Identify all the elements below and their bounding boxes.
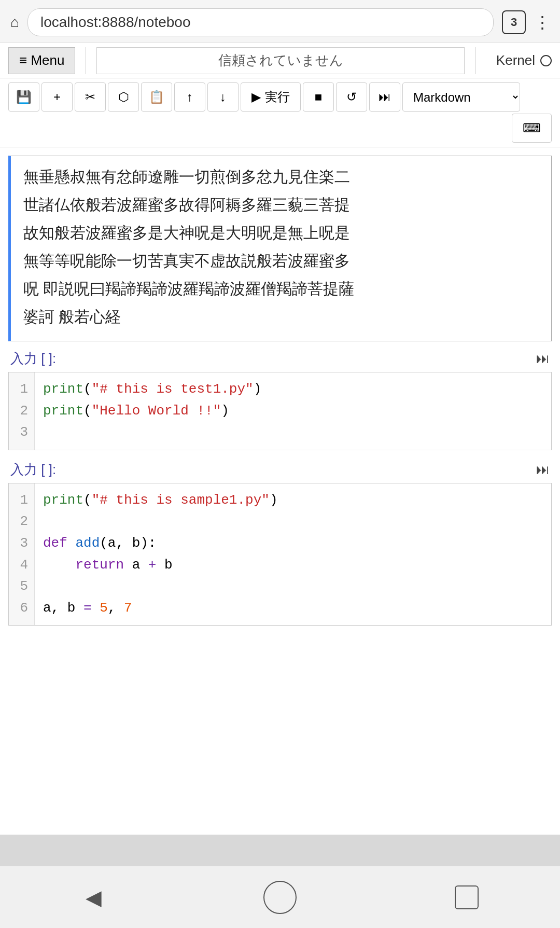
copy-button[interactable]: ⬡ bbox=[108, 82, 139, 112]
line-num-2-1: 1 bbox=[15, 490, 28, 511]
browser-chrome: ⌂ localhost:8888/noteboo 3 ⋮ bbox=[0, 0, 560, 43]
code-cell-2-container: 入力 [ ]: ⏭ 1 2 3 4 5 6 print("# this is s… bbox=[8, 461, 552, 626]
run-button[interactable]: ▶ 実行 bbox=[241, 82, 301, 112]
fast-forward-button[interactable]: ⏭ bbox=[369, 82, 400, 112]
code-line-1-2: print("Hello World !!") bbox=[43, 400, 543, 422]
markdown-line-5: 呪 即説呪曰羯諦羯諦波羅羯諦波羅僧羯諦菩提薩 bbox=[23, 276, 539, 301]
line-num-2-5: 5 bbox=[15, 576, 28, 598]
line-num-2-4: 4 bbox=[15, 555, 28, 576]
line-num-1: 1 bbox=[15, 379, 28, 400]
markdown-line-3: 故知般若波羅蜜多是大神呪是大明呪是無上呪是 bbox=[23, 220, 539, 245]
code-cell-1[interactable]: 1 2 3 print("# this is test1.py") print(… bbox=[8, 372, 552, 450]
run-icon: ▶ bbox=[251, 90, 261, 104]
tab-count[interactable]: 3 bbox=[502, 10, 526, 34]
move-down-button[interactable]: ↓ bbox=[207, 82, 239, 112]
code-line-2-1: print("# this is sample1.py") bbox=[43, 490, 543, 511]
cell-2-run-icon[interactable]: ⏭ bbox=[536, 462, 550, 478]
line-numbers-1: 1 2 3 bbox=[9, 372, 35, 450]
code-line-2-6: a, b = 5, 7 bbox=[43, 598, 543, 619]
stop-button[interactable]: ■ bbox=[303, 82, 334, 112]
menu-bar: ≡ Menu 信頼されていません Kernel bbox=[0, 43, 560, 78]
address-bar[interactable]: localhost:8888/noteboo bbox=[27, 8, 494, 36]
code-cell-1-container: 入力 [ ]: ⏭ 1 2 3 print("# this is test1.p… bbox=[8, 350, 552, 450]
more-options-icon[interactable]: ⋮ bbox=[534, 12, 550, 32]
cell-2-label: 入力 [ ]: ⏭ bbox=[8, 461, 552, 479]
code-line-2-4: return a + b bbox=[43, 555, 543, 576]
trust-badge: 信頼されていません bbox=[96, 47, 464, 74]
paste-button[interactable]: 📋 bbox=[141, 82, 172, 112]
code-content-2[interactable]: print("# this is sample1.py") def add(a,… bbox=[35, 483, 551, 626]
line-num-2: 2 bbox=[15, 400, 28, 422]
cell-2-label-text: 入力 [ ]: bbox=[10, 461, 56, 479]
recents-icon bbox=[455, 885, 479, 909]
back-button[interactable]: ◀ bbox=[73, 877, 114, 918]
run-label: 実行 bbox=[265, 89, 290, 105]
code-line-2-2 bbox=[43, 511, 543, 533]
move-up-button[interactable]: ↑ bbox=[174, 82, 205, 112]
cell-1-run-icon[interactable]: ⏭ bbox=[536, 351, 550, 367]
kernel-status-icon bbox=[540, 55, 552, 66]
line-num-2-3: 3 bbox=[15, 533, 28, 555]
kernel-divider bbox=[475, 47, 475, 74]
code-content-1[interactable]: print("# this is test1.py") print("Hello… bbox=[35, 372, 551, 450]
home-icon[interactable]: ⌂ bbox=[10, 14, 19, 31]
cell-1-label-text: 入力 [ ]: bbox=[10, 350, 56, 368]
markdown-cell: 無垂懸叔無有忿師遼雕一切煎倒多忿九見住楽二 世諸仏依般若波羅蜜多故得阿耨多羅三藐… bbox=[8, 156, 552, 341]
code-line-1-3 bbox=[43, 422, 543, 444]
code-line-2-5 bbox=[43, 576, 543, 598]
gray-area bbox=[0, 835, 560, 866]
keyboard-shortcut-button[interactable]: ⌨ bbox=[512, 114, 552, 143]
action-bar: 💾 + ✂ ⬡ 📋 ↑ ↓ ▶ 実行 ■ ↺ ⏭ Markdown Code R… bbox=[0, 78, 560, 147]
save-button[interactable]: 💾 bbox=[8, 82, 39, 112]
cell-1-label: 入力 [ ]: ⏭ bbox=[8, 350, 552, 368]
home-nav-button[interactable] bbox=[259, 877, 301, 918]
markdown-line-1: 無垂懸叔無有忿師遼雕一切煎倒多忿九見住楽二 bbox=[23, 164, 539, 189]
kernel-area: Kernel bbox=[486, 52, 552, 68]
restart-button[interactable]: ↺ bbox=[336, 82, 367, 112]
markdown-line-2: 世諸仏依般若波羅蜜多故得阿耨多羅三藐三菩提 bbox=[23, 192, 539, 217]
menu-divider bbox=[86, 47, 86, 74]
markdown-line-6: 婆訶 般若心経 bbox=[23, 304, 539, 329]
notebook-area: ≡ Menu 信頼されていません Kernel 💾 + ✂ ⬡ 📋 ↑ ↓ ▶ … bbox=[0, 43, 560, 835]
markdown-line-4: 無等等呪能除一切苦真実不虚故説般若波羅蜜多 bbox=[23, 248, 539, 273]
kernel-label: Kernel bbox=[496, 52, 535, 68]
line-num-2-2: 2 bbox=[15, 511, 28, 533]
code-line-2-3: def add(a, b): bbox=[43, 533, 543, 555]
code-line-1-1: print("# this is test1.py") bbox=[43, 379, 543, 400]
home-nav-icon bbox=[263, 881, 297, 914]
recents-button[interactable] bbox=[446, 877, 487, 918]
add-cell-button[interactable]: + bbox=[41, 82, 73, 112]
code-cell-2[interactable]: 1 2 3 4 5 6 print("# this is sample1.py"… bbox=[8, 483, 552, 626]
cell-type-select[interactable]: Markdown Code Raw NBConvert bbox=[402, 82, 520, 112]
back-icon: ◀ bbox=[86, 885, 102, 909]
menu-button[interactable]: ≡ Menu bbox=[8, 47, 75, 74]
line-num-3: 3 bbox=[15, 422, 28, 444]
bottom-nav: ◀ bbox=[0, 866, 560, 928]
cut-button[interactable]: ✂ bbox=[75, 82, 106, 112]
line-numbers-2: 1 2 3 4 5 6 bbox=[9, 483, 35, 626]
line-num-2-6: 6 bbox=[15, 598, 28, 619]
